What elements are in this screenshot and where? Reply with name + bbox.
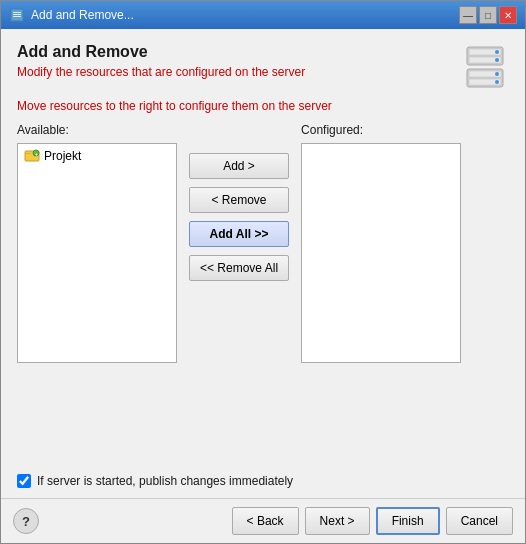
- back-button[interactable]: < Back: [232, 507, 299, 535]
- svg-point-13: [495, 80, 499, 84]
- maximize-button[interactable]: □: [479, 6, 497, 24]
- available-panel: Available: + Projekt: [17, 123, 177, 363]
- remove-button[interactable]: < Remove: [189, 187, 289, 213]
- add-button[interactable]: Add >: [189, 153, 289, 179]
- close-button[interactable]: ✕: [499, 6, 517, 24]
- header-section: Add and Remove Modify the resources that…: [17, 43, 509, 91]
- panels-area: Available: + Projekt Add >: [17, 123, 509, 466]
- available-list[interactable]: + Projekt: [17, 143, 177, 363]
- content: Add and Remove Modify the resources that…: [1, 29, 525, 498]
- page-title: Add and Remove: [17, 43, 451, 61]
- svg-point-12: [495, 72, 499, 76]
- window-icon: [9, 7, 25, 23]
- cancel-button[interactable]: Cancel: [446, 507, 513, 535]
- svg-rect-2: [13, 14, 21, 15]
- window-title: Add and Remove...: [31, 8, 134, 22]
- footer: ? < Back Next > Finish Cancel: [1, 498, 525, 543]
- server-icon: [461, 43, 509, 91]
- minimize-button[interactable]: —: [459, 6, 477, 24]
- svg-text:+: +: [35, 151, 38, 157]
- publish-checkbox-label[interactable]: If server is started, publish changes im…: [37, 474, 293, 488]
- svg-point-7: [495, 50, 499, 54]
- svg-rect-15: [25, 153, 31, 154]
- svg-rect-3: [13, 16, 21, 17]
- remove-all-button[interactable]: << Remove All: [189, 255, 289, 281]
- svg-point-8: [495, 58, 499, 62]
- header-text: Add and Remove Modify the resources that…: [17, 43, 451, 79]
- next-button[interactable]: Next >: [305, 507, 370, 535]
- configured-panel: Configured:: [301, 123, 461, 363]
- add-all-button[interactable]: Add All >>: [189, 221, 289, 247]
- publish-checkbox-row: If server is started, publish changes im…: [17, 474, 509, 488]
- project-icon: +: [24, 148, 40, 164]
- svg-rect-1: [13, 12, 21, 13]
- window: Add and Remove... — □ ✕ Add and Remove M…: [0, 0, 526, 544]
- project-name: Projekt: [44, 149, 81, 163]
- publish-checkbox[interactable]: [17, 474, 31, 488]
- help-button[interactable]: ?: [13, 508, 39, 534]
- configured-list[interactable]: [301, 143, 461, 363]
- configured-label: Configured:: [301, 123, 461, 137]
- available-label: Available:: [17, 123, 177, 137]
- title-controls: — □ ✕: [459, 6, 517, 24]
- footer-right: < Back Next > Finish Cancel: [232, 507, 513, 535]
- instruction-text: Move resources to the right to configure…: [17, 99, 509, 113]
- list-item[interactable]: + Projekt: [20, 146, 174, 166]
- page-subtitle: Modify the resources that are configured…: [17, 65, 451, 79]
- footer-left: ?: [13, 508, 39, 534]
- title-bar: Add and Remove... — □ ✕: [1, 1, 525, 29]
- finish-button[interactable]: Finish: [376, 507, 440, 535]
- middle-buttons: Add > < Remove Add All >> << Remove All: [177, 123, 301, 281]
